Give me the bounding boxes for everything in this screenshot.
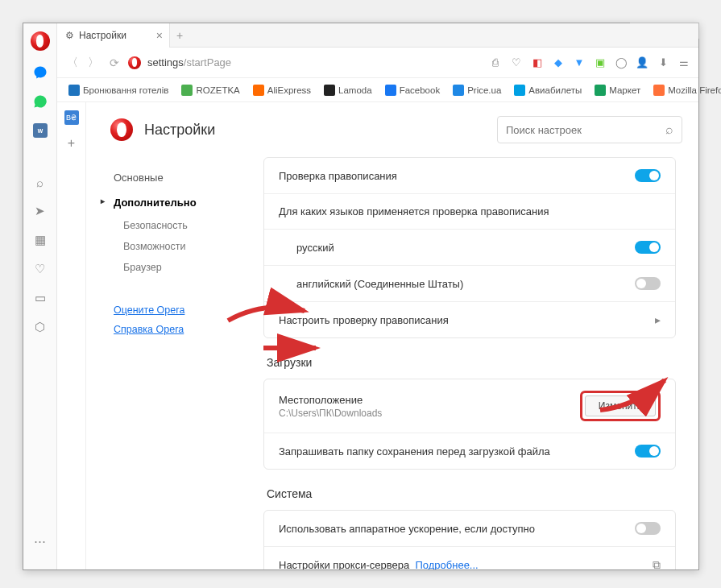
spellcheck-card: Проверка правописания Для каких языков п… bbox=[263, 157, 676, 338]
external-link-icon: ⧉ bbox=[653, 558, 661, 569]
location-path: C:\Users\ПК\Downloads bbox=[279, 408, 580, 419]
messenger-icon[interactable] bbox=[33, 65, 48, 80]
bookmark-favicon bbox=[514, 85, 525, 96]
more-rail-icon[interactable]: ⋯ bbox=[33, 534, 48, 549]
bookmarks-bar: Бронювання готелівROZETKAAliExpressLamod… bbox=[57, 78, 698, 102]
proxy-learn-more-link[interactable]: Подробнее... bbox=[415, 559, 478, 569]
link-rate-opera[interactable]: Оцените Opera bbox=[110, 300, 233, 320]
search-input[interactable] bbox=[506, 124, 659, 136]
lang-english-toggle[interactable] bbox=[635, 277, 661, 290]
news-icon[interactable]: ▭ bbox=[33, 291, 48, 305]
profile-icon[interactable]: 👤 bbox=[636, 56, 648, 69]
opera-logo-icon[interactable] bbox=[31, 31, 50, 51]
spellcheck-settings-row[interactable]: Настроить проверку правописания ▸ bbox=[264, 301, 675, 337]
bookmark-item[interactable]: Mozilla Firefox bbox=[648, 83, 721, 97]
nav-advanced[interactable]: Дополнительно bbox=[110, 190, 233, 215]
ask-download-toggle[interactable] bbox=[635, 445, 661, 458]
search-icon: ⌕ bbox=[665, 122, 673, 137]
new-tab-button[interactable]: + bbox=[170, 29, 189, 42]
easy-setup-icon[interactable]: ⚌ bbox=[677, 56, 690, 69]
bookmark-item[interactable]: Маркет bbox=[590, 83, 645, 97]
forward-button[interactable]: 〉 bbox=[86, 56, 101, 70]
bookmark-item[interactable]: AliExpress bbox=[248, 83, 316, 97]
settings-page: Настройки ⌕ Основные Дополнительно Безоп… bbox=[86, 102, 698, 569]
bookmark-label: Авиабилеты bbox=[528, 85, 582, 95]
adblock-icon[interactable]: ◧ bbox=[531, 56, 544, 69]
settings-header: Настройки ⌕ bbox=[86, 102, 698, 157]
nav-features[interactable]: Возможности bbox=[120, 236, 233, 257]
gear-icon: ⚙ bbox=[65, 30, 74, 41]
downloads-card: Местоположение C:\Users\ПК\Downloads Изм… bbox=[263, 379, 676, 470]
bookmark-favicon bbox=[68, 85, 80, 96]
bookmark-label: Бронювання готелів bbox=[83, 85, 168, 95]
download-icon[interactable]: ⬇ bbox=[657, 56, 669, 69]
browser-window: — ☐ ✕ w ⌕ ➤ ▦ ♡ ▭ ⬡ ⋯ ⚙ Настройки × + 〈 … bbox=[23, 23, 699, 570]
toolbar-actions: ⎙ ♡ ◧ ◆ ▼ ▣ ◯ 👤 ⬇ ⚌ bbox=[489, 56, 690, 69]
ext-2-icon[interactable]: ▼ bbox=[573, 56, 586, 69]
workspace-bar: В₴ + bbox=[57, 102, 86, 569]
lang-english-row: английский (Соединенные Штаты) bbox=[264, 265, 675, 301]
speed-dial-icon[interactable]: ▦ bbox=[33, 233, 48, 247]
spellcheck-desc-row: Для каких языков применяется проверка пр… bbox=[264, 193, 675, 229]
nav-browser[interactable]: Браузер bbox=[120, 257, 233, 278]
whatsapp-icon[interactable] bbox=[33, 94, 48, 109]
bookmark-item[interactable]: Lamoda bbox=[319, 83, 377, 97]
bookmark-label: Facebook bbox=[400, 85, 441, 95]
heart-icon[interactable]: ♡ bbox=[33, 262, 48, 276]
chevron-right-icon: ▸ bbox=[655, 313, 661, 326]
bookmark-label: Маркет bbox=[609, 85, 640, 95]
tab-strip: ⚙ Настройки × + bbox=[57, 23, 698, 48]
bookmark-item[interactable]: Facebook bbox=[380, 83, 445, 97]
lang-russian-toggle[interactable] bbox=[635, 241, 661, 254]
ext-4-icon[interactable]: ◯ bbox=[615, 56, 628, 69]
bookmark-label: ROZETKA bbox=[196, 85, 239, 95]
nav-links: Оцените Opera Справка Opera bbox=[110, 300, 233, 339]
bookmark-item[interactable]: Авиабилеты bbox=[509, 83, 586, 97]
proxy-row[interactable]: Настройки прокси-сервера Подробнее... ⧉ bbox=[264, 546, 675, 569]
tab-settings[interactable]: ⚙ Настройки × bbox=[57, 23, 170, 48]
bookmark-favicon bbox=[385, 85, 396, 96]
vk-icon[interactable]: w bbox=[33, 123, 48, 138]
search-rail-icon[interactable]: ⌕ bbox=[33, 175, 48, 189]
tab-title: Настройки bbox=[79, 30, 126, 41]
ext-1-icon[interactable]: ◆ bbox=[552, 56, 565, 69]
link-help-opera[interactable]: Справка Opera bbox=[110, 320, 233, 339]
flow-icon[interactable]: ➤ bbox=[33, 204, 48, 218]
svg-text:w: w bbox=[36, 127, 43, 135]
settings-panel: Проверка правописания Для каких языков п… bbox=[247, 157, 698, 569]
nav-sub-list: Безопасность Возможности Браузер bbox=[110, 215, 233, 278]
ext-3-icon[interactable]: ▣ bbox=[594, 56, 607, 69]
tab-close-icon[interactable]: × bbox=[156, 29, 163, 42]
spellcheck-toggle[interactable] bbox=[635, 169, 661, 182]
hw-accel-row: Использовать аппаратное ускорение, если … bbox=[264, 511, 675, 546]
bookmark-icon[interactable]: ♡ bbox=[510, 56, 523, 69]
change-button-highlight: Изменить bbox=[580, 391, 661, 421]
bookmark-favicon bbox=[324, 85, 335, 96]
settings-search[interactable]: ⌕ bbox=[497, 116, 682, 143]
url-field[interactable]: settings/startPage bbox=[147, 56, 483, 68]
workspace-item[interactable]: В₴ bbox=[64, 110, 79, 125]
location-label: Местоположение bbox=[279, 394, 580, 406]
bookmark-favicon bbox=[181, 85, 193, 96]
bookmark-item[interactable]: Бронювання готелів bbox=[64, 83, 173, 97]
bookmark-label: AliExpress bbox=[267, 85, 311, 95]
hw-accel-toggle[interactable] bbox=[635, 522, 661, 535]
screenshot-icon[interactable]: ⎙ bbox=[489, 56, 502, 69]
reload-button[interactable]: ⟳ bbox=[107, 56, 122, 70]
change-location-button[interactable]: Изменить bbox=[585, 395, 656, 416]
nav-security[interactable]: Безопасность bbox=[120, 215, 233, 236]
back-button[interactable]: 〈 bbox=[65, 56, 80, 70]
extensions-icon[interactable]: ⬡ bbox=[33, 320, 48, 334]
bookmark-label: Lamoda bbox=[338, 85, 372, 95]
opera-logo-icon bbox=[110, 118, 133, 141]
downloads-section-title: Загрузки bbox=[267, 356, 676, 369]
bookmark-favicon bbox=[595, 85, 606, 96]
bookmark-item[interactable]: Price.ua bbox=[448, 83, 506, 97]
sidebar-rail: w ⌕ ➤ ▦ ♡ ▭ ⬡ ⋯ bbox=[23, 23, 57, 569]
settings-nav: Основные Дополнительно Безопасность Возм… bbox=[86, 157, 247, 569]
add-workspace-button[interactable]: + bbox=[68, 136, 75, 151]
download-location-row: Местоположение C:\Users\ПК\Downloads Изм… bbox=[264, 379, 675, 433]
nav-basic[interactable]: Основные bbox=[110, 165, 233, 190]
bookmark-item[interactable]: ROZETKA bbox=[176, 83, 244, 97]
address-bar: 〈 〉 ⟳ settings/startPage ⎙ ♡ ◧ ◆ ▼ ▣ ◯ 👤… bbox=[57, 48, 698, 78]
